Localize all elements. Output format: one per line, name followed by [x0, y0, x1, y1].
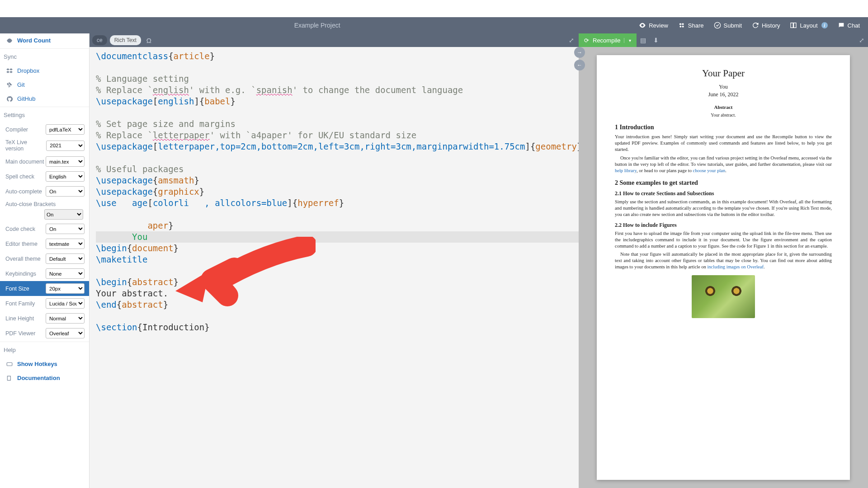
- spellcheck-select[interactable]: English: [46, 171, 85, 182]
- svg-rect-3: [7, 362, 12, 366]
- sync-dropbox[interactable]: Dropbox: [0, 64, 89, 78]
- svg-point-0: [714, 22, 720, 28]
- fontsize-select[interactable]: 20px: [46, 283, 85, 294]
- fontfamily-select[interactable]: Lucida / Sourc: [46, 298, 85, 309]
- editor-pane: ce Rich Text Ω ⤢ \documentclass{article}…: [90, 33, 579, 488]
- sync-github[interactable]: GitHub: [0, 92, 89, 106]
- pdf-h2: 2 Some examples to get started: [615, 179, 832, 187]
- svg-rect-1: [791, 23, 793, 28]
- pdf-page: Your Paper You June 16, 2022 Abstract Yo…: [597, 55, 850, 480]
- sync-right-icon[interactable]: →: [574, 47, 585, 58]
- maindoc-select[interactable]: main.tex: [46, 156, 85, 167]
- help-label: Help: [0, 343, 89, 357]
- pdf-p2: Simply use the section and subsection co…: [615, 199, 832, 218]
- chat-button[interactable]: Chat: [833, 19, 864, 32]
- setting-codecheck: Code checkOn: [0, 221, 89, 236]
- texlive-select[interactable]: 2021: [46, 141, 85, 151]
- pdf-date: June 16, 2022: [615, 91, 832, 98]
- pdf-h22: 2.2 How to include Figures: [615, 222, 832, 229]
- pdfviewer-select[interactable]: Overleaf: [46, 328, 85, 338]
- pdf-abstract: Your abstract.: [615, 113, 832, 117]
- pdf-p1b: Once you're familiar with the editor, yo…: [615, 155, 832, 174]
- sync-left-icon[interactable]: ←: [574, 60, 585, 70]
- pdf-p3b: Note that your figure will automatically…: [615, 251, 832, 271]
- source-tab[interactable]: ce: [92, 35, 107, 45]
- expand-pdf-icon[interactable]: ⤢: [855, 37, 868, 44]
- keybindings-select[interactable]: None: [46, 268, 85, 279]
- pdf-pane: ⟳Recompile▾ ▤ ⬇ ⤢ Your Paper You June 16…: [579, 33, 868, 488]
- setting-spellcheck: Spell checkEnglish: [0, 169, 89, 184]
- sync-label: Sync: [0, 50, 89, 64]
- layout-button[interactable]: Layouti: [785, 19, 832, 32]
- setting-overalltheme: Overall themeDefault: [0, 251, 89, 266]
- editor-toolbar: ce Rich Text Ω ⤢: [90, 33, 579, 47]
- codecheck-select[interactable]: On: [46, 224, 85, 234]
- review-button[interactable]: Review: [634, 19, 673, 32]
- project-title: Example Project: [0, 22, 634, 29]
- pdf-abstract-heading: Abstract: [615, 104, 832, 110]
- logs-icon[interactable]: ▤: [637, 37, 650, 44]
- pdf-title: Your Paper: [615, 68, 832, 79]
- recompile-button[interactable]: ⟳Recompile▾: [579, 33, 637, 47]
- word-count-item[interactable]: Word Count: [0, 33, 89, 47]
- setting-fontsize: Font Size20px: [0, 281, 89, 296]
- autoclose-select[interactable]: On: [44, 209, 83, 220]
- submit-button[interactable]: Submit: [709, 19, 746, 32]
- settings-label: Settings: [0, 108, 89, 122]
- setting-editortheme: Editor themetextmate: [0, 236, 89, 251]
- pdf-toolbar: ⟳Recompile▾ ▤ ⬇ ⤢: [579, 33, 868, 47]
- svg-rect-2: [794, 23, 796, 28]
- setting-lineheight: Line HeightNormal: [0, 311, 89, 326]
- setting-autoclose: Auto-close BracketsOn: [0, 199, 89, 221]
- pdf-h21: 2.1 How to create Sections and Subsectio…: [615, 190, 832, 197]
- pdf-author: You: [615, 84, 832, 90]
- pane-divider[interactable]: → ←: [574, 47, 585, 70]
- pdf-p1: Your introduction goes here! Simply star…: [615, 134, 832, 153]
- setting-maindoc: Main documentmain.tex: [0, 154, 89, 169]
- share-button[interactable]: Share: [674, 19, 708, 32]
- documentation[interactable]: Documentation: [0, 371, 89, 385]
- setting-pdfviewer: PDF ViewerOverleaf: [0, 326, 89, 341]
- setting-autocomplete: Auto-completeOn: [0, 184, 89, 199]
- app-header: Example Project Review Share Submit Hist…: [0, 17, 868, 33]
- show-hotkeys[interactable]: Show Hotkeys: [0, 357, 89, 371]
- info-icon: i: [821, 22, 828, 28]
- overalltheme-select[interactable]: Default: [46, 253, 85, 264]
- compiler-select[interactable]: pdfLaTeX: [46, 124, 85, 135]
- setting-texlive: TeX Live version2021: [0, 137, 89, 154]
- settings-sidebar: Word Count Sync Dropbox Git GitHub Setti…: [0, 33, 90, 488]
- sync-git[interactable]: Git: [0, 78, 89, 92]
- editortheme-select[interactable]: textmate: [46, 239, 85, 249]
- setting-fontfamily: Font FamilyLucida / Sourc: [0, 296, 89, 311]
- richtext-tab[interactable]: Rich Text: [110, 35, 141, 45]
- code-editor[interactable]: \documentclass{article} % Language setti…: [90, 47, 579, 488]
- history-button[interactable]: History: [747, 19, 784, 32]
- pdf-viewer[interactable]: Your Paper You June 16, 2022 Abstract Yo…: [579, 47, 868, 488]
- pdf-h1: 1 Introduction: [615, 124, 832, 131]
- setting-compiler: CompilerpdfLaTeX: [0, 122, 89, 137]
- pdf-figure-frog: [692, 275, 755, 318]
- lineheight-select[interactable]: Normal: [46, 313, 85, 324]
- download-icon[interactable]: ⬇: [650, 37, 662, 44]
- omega-icon[interactable]: Ω: [144, 37, 154, 44]
- setting-keybindings: KeybindingsNone: [0, 266, 89, 281]
- autocomplete-select[interactable]: On: [46, 186, 85, 197]
- expand-editor-icon[interactable]: ⤢: [567, 37, 576, 44]
- pdf-p3: First you have to upload the image file …: [615, 230, 832, 250]
